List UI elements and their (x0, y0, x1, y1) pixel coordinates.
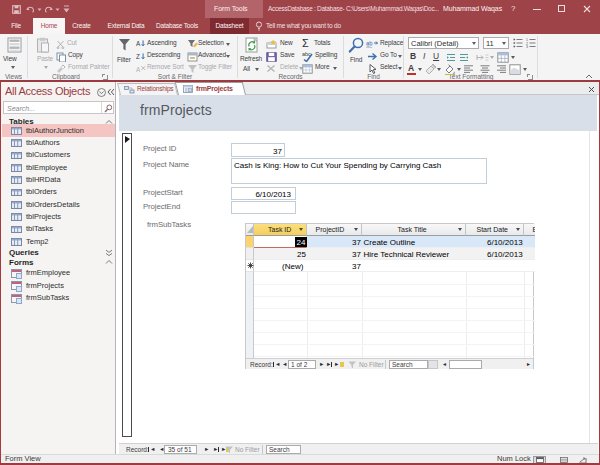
svg-text:3: 3 (526, 45, 528, 48)
svg-text:Z: Z (136, 53, 140, 60)
svg-text:ac: ac (366, 43, 372, 48)
svg-text:A: A (136, 66, 141, 73)
svg-text:A: A (136, 40, 141, 47)
